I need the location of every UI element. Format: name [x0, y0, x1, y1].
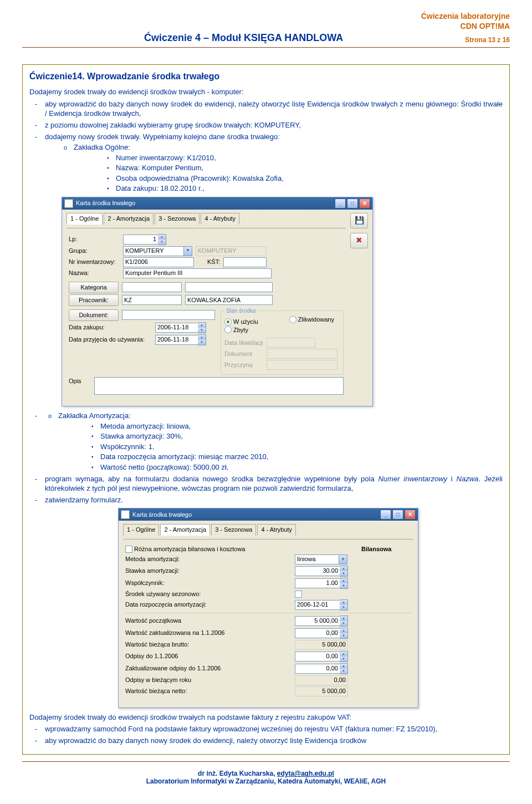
tab-general[interactable]: 1 - Ogólne [66, 213, 103, 225]
stawka-field[interactable]: 30.00 [295, 566, 340, 576]
close-button[interactable]: ✕ [405, 510, 416, 520]
window-title: Karta środka trwałego [76, 199, 135, 207]
window-titlebar: Karta środka trwałego _ □ ✕ [62, 197, 372, 210]
wa-field[interactable]: 0,00 [295, 628, 340, 638]
bullet-5: zatwierdzamy formularz. [29, 495, 503, 505]
kst-label: KŚT: [207, 258, 220, 266]
radio-w-uzyciu[interactable]: W użyciu [224, 318, 258, 326]
nazwa-field[interactable]: Komputer Pentium III [123, 268, 272, 278]
paragraph-2: Dodajemy środek trwały do ewidencji środ… [29, 713, 503, 722]
zod-field[interactable]: 0,00 [295, 664, 340, 674]
p2-bullet-b: aby wprowadzić do bazy danych nowy środe… [29, 736, 503, 746]
window-icon [64, 199, 73, 208]
header-lab: Ćwiczenia laboratoryjne [22, 11, 510, 21]
screenshot-amortization-tab: Karta środka trwałego _ □ ✕ 1 - Ogólne 2… [118, 508, 418, 708]
grupa-combo[interactable]: KOMPUTERY▼ [123, 246, 192, 256]
dokument-button[interactable]: Dokument: [69, 309, 119, 321]
tab-attributes[interactable]: 4 - Atrybuty [201, 213, 239, 225]
document-title: Ćwiczenie 4 – Moduł KSIĘGA HANDLOWA [22, 32, 465, 44]
pracownik-code[interactable]: KZ [122, 295, 182, 305]
wbb-field: 5 000,00 [295, 640, 348, 650]
wbn-field: 5 000,00 [295, 686, 348, 696]
opis-field[interactable] [94, 377, 344, 395]
tab-seasonal-2[interactable]: 3 - Sezonowa [211, 524, 256, 536]
radio-zbyty[interactable]: Zbyty [224, 326, 248, 334]
save-icon-button[interactable]: 💾 [350, 213, 368, 228]
exercise-title: Ćwiczenie14. Wprowadzanie środka trwałeg… [29, 72, 503, 82]
chk-sezon[interactable] [295, 591, 302, 598]
grupa-display: KOMPUTERY [196, 246, 267, 256]
exercise-box: Ćwiczenie14. Wprowadzanie środka trwałeg… [22, 64, 510, 755]
p2-bullet-a: wprowadzamy samochód Ford na podstawie f… [29, 724, 503, 734]
wp-field[interactable]: 5 000,00 [295, 616, 340, 626]
data-zakupu-label: Data zakupu: [69, 323, 152, 332]
footer-separator [22, 761, 510, 762]
nr-label: Nr inwentarzowy: [69, 258, 120, 266]
bullet-3: dodajemy nowy środek trwały. Wypełniamy … [29, 132, 503, 194]
data-zakupu-spinner[interactable]: ▲▼ [198, 322, 206, 333]
window-title-2: Karta środka trwałego [132, 511, 192, 519]
tab-general-2[interactable]: 1 - Ogólne [123, 524, 159, 536]
stan-groupbox-title: Stan środka [224, 307, 257, 315]
data-rozp-field[interactable]: 2006-12-01 [295, 600, 340, 610]
col-bilansowa: Bilansowa [361, 545, 411, 553]
kategoria-button[interactable]: Kategoria [69, 282, 119, 293]
window-titlebar-2: Karta środka trwałego _ □ ✕ [119, 508, 418, 521]
obr-field: 0,00 [295, 675, 348, 685]
close-button[interactable]: ✕ [359, 199, 370, 208]
minimize-button[interactable]: _ [380, 510, 391, 520]
bullet-1: aby wprowadzić do bazy danych nowy środe… [29, 99, 503, 119]
maximize-button[interactable]: □ [347, 199, 358, 208]
metoda-combo[interactable]: liniowa▼ [295, 554, 347, 564]
data-uzyw-label: Data przyjęcia do używania: [69, 335, 152, 344]
lp-label: Lp: [69, 235, 120, 243]
page-indicator: Strona 13 z 16 [465, 36, 510, 44]
chk-rozna[interactable]: Różna amortyzacja bilansowa i kosztowa [125, 545, 245, 553]
footer-email[interactable]: edyta@agh.edu.pl [277, 770, 334, 777]
nr-field[interactable]: K1/2006 [123, 257, 194, 267]
header-app: CDN OPT!MA [22, 21, 510, 31]
wsp-field[interactable]: 1.00 [295, 578, 340, 588]
dokument-field[interactable] [122, 310, 215, 320]
data-uzyw-spinner[interactable]: ▲▼ [198, 334, 206, 345]
bullet-2: z poziomu dowolnej zakładki wybieramy gr… [29, 120, 503, 130]
grupa-label: Grupa: [69, 247, 120, 255]
intro-text: Dodajemy środek trwały do ewidencji środ… [29, 87, 503, 97]
pracownik-button[interactable]: Pracownik: [69, 294, 119, 306]
tab-depreciation[interactable]: 2 - Amortyzacja [104, 213, 154, 225]
data-uzyw-field[interactable]: 2006-11-18 [155, 335, 198, 345]
screenshot-general-tab: Karta środka trwałego _ □ ✕ 1 - Ogólne 2… [62, 197, 373, 406]
sub-amort: Zakładka Amortyzacja: Metoda amortyzacji… [29, 411, 503, 472]
radio-zlikwidowany[interactable]: Zlikwidowany [289, 316, 334, 324]
kst-field[interactable] [223, 257, 267, 267]
sub-general: Zakładka Ogólne: Numer inwentarzowy: K1/… [45, 143, 503, 194]
opis-label: Opis [69, 377, 91, 385]
footer: dr inż. Edyta Kucharska, edyta@agh.edu.p… [22, 767, 510, 795]
maximize-button[interactable]: □ [392, 510, 403, 520]
window-icon [121, 510, 130, 519]
lp-spinner[interactable]: ▲▼ [158, 234, 166, 245]
tab-seasonal[interactable]: 3 - Sezonowa [155, 213, 200, 225]
cancel-icon-button[interactable]: ✖ [350, 233, 368, 248]
data-zakupu-field[interactable]: 2006-11-18 [155, 323, 198, 333]
header-separator [22, 47, 510, 48]
tab-depreciation-2[interactable]: 2 - Amortyzacja [160, 524, 210, 536]
bullet-4: program wymaga, aby na formularzu dodani… [29, 474, 503, 493]
pracownik-name: KOWALSKA ZOFIA [185, 295, 273, 305]
minimize-button[interactable]: _ [335, 199, 346, 208]
kategoria-code[interactable] [122, 282, 182, 292]
lp-field[interactable]: 1 [123, 235, 158, 245]
tab-attributes-2[interactable]: 4 - Atrybuty [257, 524, 296, 536]
od-field[interactable]: 0,00 [295, 652, 340, 661]
nazwa-label: Nazwa: [69, 269, 120, 277]
kategoria-name[interactable] [185, 282, 273, 292]
